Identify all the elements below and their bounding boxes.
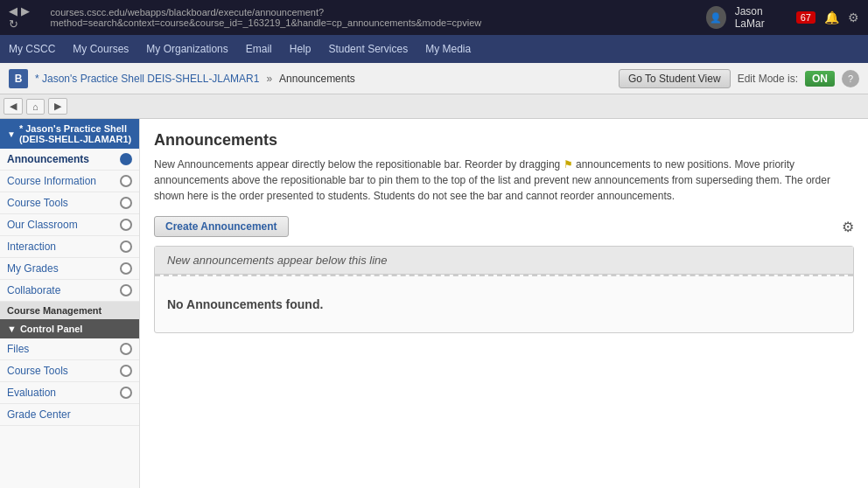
sidebar-item-course-information[interactable]: Course Information bbox=[0, 171, 139, 192]
nav-email[interactable]: Email bbox=[246, 43, 272, 55]
create-announcement-button[interactable]: Create Announcement bbox=[154, 216, 289, 237]
bell-icon[interactable]: 🔔 bbox=[824, 10, 839, 24]
bb-logo-icon: B bbox=[9, 69, 28, 88]
sidebar-item-label: Grade Center bbox=[7, 408, 71, 421]
sidebar-item-label: Interaction bbox=[7, 241, 56, 253]
sidebar-circle-icon bbox=[120, 387, 132, 399]
nav-back-icon[interactable]: ◀ bbox=[4, 98, 23, 115]
notification-badge[interactable]: 67 bbox=[796, 11, 816, 24]
sidebar-circle-icon bbox=[120, 262, 132, 275]
drag-flag-icon: ⚑ bbox=[564, 158, 573, 171]
nav-help[interactable]: Help bbox=[290, 43, 312, 55]
sidebar-item-label: Course Tools bbox=[7, 365, 68, 377]
announcements-box: New announcements appear below this line… bbox=[154, 246, 854, 333]
sidebar-circle-icon bbox=[120, 284, 132, 296]
sidebar-item-collaborate[interactable]: Collaborate bbox=[0, 280, 139, 302]
nav-my-media[interactable]: My Media bbox=[425, 43, 471, 55]
announcements-divider-label: New announcements appear below this line bbox=[155, 247, 853, 275]
nav-student-services[interactable]: Student Services bbox=[328, 43, 408, 55]
browser-controls: ◀ ▶ ↻ bbox=[9, 4, 40, 31]
content-area: Announcements New Announcements appear d… bbox=[140, 119, 868, 488]
main-layout: ▼ * Jason's Practice Shell (DEIS-SHELL-J… bbox=[0, 119, 868, 488]
sidebar-item-cp-course-tools[interactable]: Course Tools bbox=[0, 360, 139, 382]
breadcrumb-current: Announcements bbox=[279, 73, 355, 85]
nav-my-courses[interactable]: My Courses bbox=[73, 43, 129, 55]
sidebar-course-management: Course Management bbox=[0, 302, 139, 319]
sidebar-item-label: My Grades bbox=[7, 262, 59, 275]
nav-my-cscc[interactable]: My CSCC bbox=[9, 43, 55, 55]
sidebar-item-our-classroom[interactable]: Our Classroom bbox=[0, 214, 139, 236]
sidebar-cp-arrow: ▼ bbox=[7, 324, 17, 334]
create-bar: Create Announcement ⚙ bbox=[154, 216, 854, 237]
sidebar-item-interaction[interactable]: Interaction bbox=[0, 236, 139, 258]
top-bar-left: ◀ ▶ ↻ courses.cscc.edu/webapps/blackboar… bbox=[9, 4, 706, 31]
sidebar-item-label: Our Classroom bbox=[7, 219, 78, 231]
sidebar-item-label: Course Information bbox=[7, 175, 96, 187]
sidebar-item-label: Collaborate bbox=[7, 284, 60, 296]
sidebar-item-grade-center[interactable]: Grade Center bbox=[0, 404, 139, 426]
settings-icon[interactable]: ⚙ bbox=[848, 10, 859, 24]
sidebar-course-title: * Jason's Practice Shell (DEIS-SHELL-JLA… bbox=[19, 123, 132, 144]
sidebar-circle-icon bbox=[120, 197, 132, 209]
avatar: 👤 bbox=[706, 6, 726, 29]
sidebar-circle-icon bbox=[120, 343, 132, 355]
sidebar-item-announcements[interactable]: Announcements bbox=[0, 149, 139, 171]
sidebar-circle-icon bbox=[120, 153, 132, 165]
info-text: New Announcements appear directly below … bbox=[154, 157, 854, 204]
address-bar[interactable]: courses.cscc.edu/webapps/blackboard/exec… bbox=[51, 7, 707, 28]
sidebar-circle-icon bbox=[120, 365, 132, 377]
sidebar-item-label: Evaluation bbox=[7, 387, 56, 399]
nav-bar: My CSCC My Courses My Organizations Emai… bbox=[0, 35, 868, 63]
sidebar-item-files[interactable]: Files bbox=[0, 338, 139, 360]
sidebar: ▼ * Jason's Practice Shell (DEIS-SHELL-J… bbox=[0, 119, 140, 488]
breadcrumb-separator: » bbox=[266, 73, 272, 85]
help-icon[interactable]: ? bbox=[842, 70, 859, 87]
breadcrumb-right: Go To Student View Edit Mode is: ON ? bbox=[619, 69, 859, 88]
settings-gear-icon[interactable]: ⚙ bbox=[842, 219, 854, 235]
edit-mode-toggle[interactable]: ON bbox=[805, 71, 835, 87]
sidebar-circle-icon bbox=[120, 175, 132, 187]
sidebar-course-arrow: ▼ bbox=[7, 129, 16, 139]
sidebar-circle-icon bbox=[120, 241, 132, 253]
sidebar-item-label: Files bbox=[7, 343, 29, 355]
nav-my-organizations[interactable]: My Organizations bbox=[146, 43, 228, 55]
breadcrumb-bar: B * Jason's Practice Shell DEIS-SHELL-JL… bbox=[0, 63, 868, 94]
edit-mode-label: Edit Mode is: bbox=[738, 73, 798, 85]
info-text-part1: New Announcements appear directly below … bbox=[154, 158, 560, 171]
sidebar-item-evaluation[interactable]: Evaluation bbox=[0, 382, 139, 404]
nav-home-icon[interactable]: ⌂ bbox=[26, 99, 45, 115]
go-to-student-view-button[interactable]: Go To Student View bbox=[619, 69, 731, 88]
no-announcements-text: No Announcements found. bbox=[155, 276, 853, 332]
page-title: Announcements bbox=[154, 131, 854, 150]
sidebar-item-label: Announcements bbox=[7, 153, 89, 165]
tab-icon-bar: ◀ ⌂ ▶ bbox=[0, 94, 868, 119]
sidebar-item-label: Course Tools bbox=[7, 197, 68, 209]
sidebar-course-header[interactable]: ▼ * Jason's Practice Shell (DEIS-SHELL-J… bbox=[0, 119, 139, 149]
sidebar-circle-icon bbox=[120, 219, 132, 231]
sidebar-item-course-tools[interactable]: Course Tools bbox=[0, 192, 139, 214]
nav-forward-icon[interactable]: ▶ bbox=[48, 98, 67, 115]
breadcrumb: B * Jason's Practice Shell DEIS-SHELL-JL… bbox=[9, 69, 355, 88]
user-name: Jason LaMar bbox=[735, 5, 788, 30]
sidebar-control-panel-header[interactable]: ▼ Control Panel bbox=[0, 319, 139, 338]
sidebar-item-my-grades[interactable]: My Grades bbox=[0, 258, 139, 280]
top-bar: ◀ ▶ ↻ courses.cscc.edu/webapps/blackboar… bbox=[0, 0, 868, 35]
breadcrumb-course-link[interactable]: * Jason's Practice Shell DEIS-SHELL-JLAM… bbox=[35, 73, 259, 85]
sidebar-cp-title: Control Panel bbox=[20, 324, 83, 334]
